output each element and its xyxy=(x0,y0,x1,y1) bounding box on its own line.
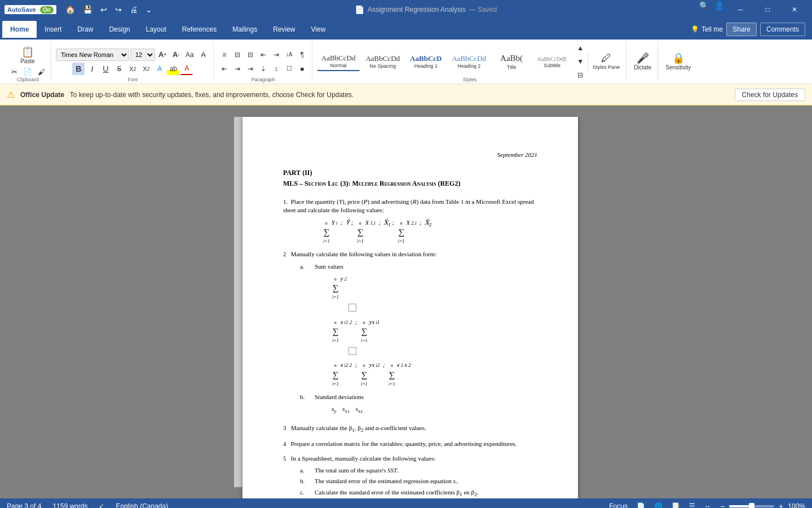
search-icon[interactable]: 🔍 xyxy=(697,0,711,19)
superscript-button[interactable]: X2 xyxy=(140,63,152,75)
quick-access-toolbar: 🏠 💾 ↩ ↪ 🖨 ⌄ xyxy=(63,4,155,15)
decrease-indent-button[interactable]: ⇤ xyxy=(257,49,270,61)
zoom-slider[interactable] xyxy=(729,505,774,507)
ruler-button[interactable]: ↔ xyxy=(702,501,713,508)
multilevel-list-button[interactable]: ⊟ xyxy=(244,49,257,61)
close-button[interactable]: ✕ xyxy=(782,0,807,19)
font-color-button[interactable]: A xyxy=(180,63,193,75)
q1-formula: n ∑ i=1 Yi ; Ȳ ; n ∑ i=1 X1,i ; X̄1 ; xyxy=(323,218,537,244)
borders-button[interactable]: ■ xyxy=(296,63,308,75)
language[interactable]: English (Canada) xyxy=(116,502,168,508)
clipboard-group: 📋 Paste ✂ 📄 🖌 Clipboard xyxy=(5,42,51,81)
tab-references[interactable]: References xyxy=(174,21,224,38)
focus-button[interactable]: Focus xyxy=(607,501,630,508)
print-layout-button[interactable]: 📄 xyxy=(634,501,647,508)
clipboard-label: Clipboard xyxy=(5,77,51,82)
question-1: 1. Place the quantity (Y), price (P) and… xyxy=(283,198,537,244)
styles-scroll-down[interactable]: ▼ xyxy=(574,55,586,68)
autosave-toggle[interactable]: AutoSave On xyxy=(5,5,56,14)
paragraph-label: Paragraph xyxy=(215,77,312,82)
font-size-decrease-button[interactable]: A- xyxy=(170,49,182,61)
bold-button[interactable]: B xyxy=(72,63,85,75)
tab-mailings[interactable]: Mailings xyxy=(224,21,265,38)
tab-design[interactable]: Design xyxy=(101,21,138,38)
numbering-button[interactable]: ⊟ xyxy=(231,49,244,61)
clear-format-button[interactable]: A xyxy=(197,49,210,61)
styles-gallery: AaBbCcDd Normal AaBbCcDd No Spacing AaBb… xyxy=(317,51,572,72)
style-heading1[interactable]: AaBbCcD Heading 1 xyxy=(405,52,446,71)
change-case-button[interactable]: Aa xyxy=(183,49,196,61)
shading-button[interactable]: ☐ xyxy=(283,63,295,75)
align-left-button[interactable]: ⇤ xyxy=(218,63,231,75)
font-name-dropdown[interactable]: Times New Roman xyxy=(56,49,129,61)
save-icon[interactable]: 💾 xyxy=(81,4,95,15)
redo-icon[interactable]: ↪ xyxy=(113,4,124,15)
spell-check-icon[interactable]: ✓ xyxy=(99,502,104,508)
font-group: Times New Roman 12 A+ A- Aa A B I U S X2… xyxy=(52,42,214,81)
subscript-button[interactable]: X2 xyxy=(126,63,139,75)
q5-a: a.The total sum of the square's SST. xyxy=(300,466,537,475)
share-button[interactable]: Share xyxy=(726,23,757,36)
check-for-updates-button[interactable]: Check for Updates xyxy=(735,89,805,101)
tab-insert[interactable]: Insert xyxy=(37,21,69,38)
align-center-button[interactable]: ⇥ xyxy=(231,63,244,75)
font-size-increase-button[interactable]: A+ xyxy=(156,49,169,61)
font-size-dropdown[interactable]: 12 xyxy=(130,49,155,61)
tab-view[interactable]: View xyxy=(303,21,334,38)
undo-icon[interactable]: ↩ xyxy=(98,4,109,15)
paste-button[interactable]: 📋 Paste xyxy=(17,45,38,66)
comments-button[interactable]: Comments xyxy=(760,23,805,36)
styles-scroll-up[interactable]: ▲ xyxy=(574,42,586,54)
user-icon[interactable]: 👤 xyxy=(712,0,726,19)
update-bar: ⚠ Office Update To keep up-to-date with … xyxy=(0,84,812,106)
print-icon[interactable]: 🖨 xyxy=(127,4,140,15)
status-bar: Page 3 of 4 1159 words ✓ English (Canada… xyxy=(0,498,812,508)
tab-layout[interactable]: Layout xyxy=(138,21,174,38)
tab-review[interactable]: Review xyxy=(265,21,303,38)
maximize-button[interactable]: □ xyxy=(754,0,780,19)
ribbon-tabs: Home Insert Draw Design Layout Reference… xyxy=(0,19,812,40)
style-title[interactable]: AaBb( Title xyxy=(492,51,531,72)
left-ruler xyxy=(234,117,242,487)
highlight-color-button[interactable]: ab xyxy=(167,63,179,75)
microphone-icon: 🎤 xyxy=(637,53,649,63)
outline-button[interactable]: ☰ xyxy=(687,501,698,508)
text-effects-button[interactable]: A xyxy=(153,63,166,75)
increase-indent-button[interactable]: ⇥ xyxy=(270,49,283,61)
customize-icon[interactable]: ⌄ xyxy=(143,4,155,15)
style-heading2[interactable]: AaBbCcDd Heading 2 xyxy=(447,52,491,71)
tell-me-button[interactable]: 💡 Tell me xyxy=(691,25,723,33)
style-normal[interactable]: AaBbCcDd Normal xyxy=(317,52,360,72)
document-date: September 2021 xyxy=(283,151,537,159)
zoom-level: 100% xyxy=(788,502,805,508)
underline-button[interactable]: U xyxy=(99,63,112,75)
style-subtitle[interactable]: AaBbCcDdE Subtitle xyxy=(532,54,572,70)
warning-icon: ⚠ xyxy=(7,89,15,100)
document-area: September 2021 PART (II) MLS – Section L… xyxy=(0,106,812,498)
title-bar-controls: 🔍 👤 ─ □ ✕ xyxy=(697,0,807,19)
tab-draw[interactable]: Draw xyxy=(69,21,101,38)
read-mode-button[interactable]: 📑 xyxy=(669,501,682,508)
minimize-button[interactable]: ─ xyxy=(727,0,753,19)
styles-pane-button[interactable]: 🖊 Styles Pane xyxy=(588,51,623,72)
style-no-spacing[interactable]: AaBbCcDd No Spacing xyxy=(361,52,404,71)
bullets-button[interactable]: ≡ xyxy=(218,49,231,61)
zoom-out-button[interactable]: − xyxy=(718,502,727,508)
zoom-thumb[interactable] xyxy=(749,503,754,508)
sort-button[interactable]: ↕A xyxy=(283,49,295,61)
zoom-in-button[interactable]: + xyxy=(776,502,785,508)
justify-button[interactable]: ⇣ xyxy=(257,63,270,75)
document-title-line2: MLS – Section Lec (3): Multiple Regressi… xyxy=(283,179,537,189)
italic-button[interactable]: I xyxy=(86,63,98,75)
show-paragraphs-button[interactable]: ¶ xyxy=(296,49,308,61)
strikethrough-button[interactable]: S xyxy=(113,63,125,75)
align-right-button[interactable]: ⇥ xyxy=(244,63,257,75)
line-spacing-button[interactable]: ↕ xyxy=(270,63,283,75)
styles-group: AaBbCcDd Normal AaBbCcDd No Spacing AaBb… xyxy=(314,42,626,81)
sensitivity-button[interactable]: 🔒 Sensitivity xyxy=(663,51,694,72)
tab-home[interactable]: Home xyxy=(2,21,37,38)
question-3: 3 Manually calculate the β1, β2 and α-co… xyxy=(283,424,537,434)
home-icon[interactable]: 🏠 xyxy=(63,4,77,15)
dictate-button[interactable]: 🎤 Dictate xyxy=(631,51,654,72)
web-layout-button[interactable]: 🌐 xyxy=(652,501,665,508)
